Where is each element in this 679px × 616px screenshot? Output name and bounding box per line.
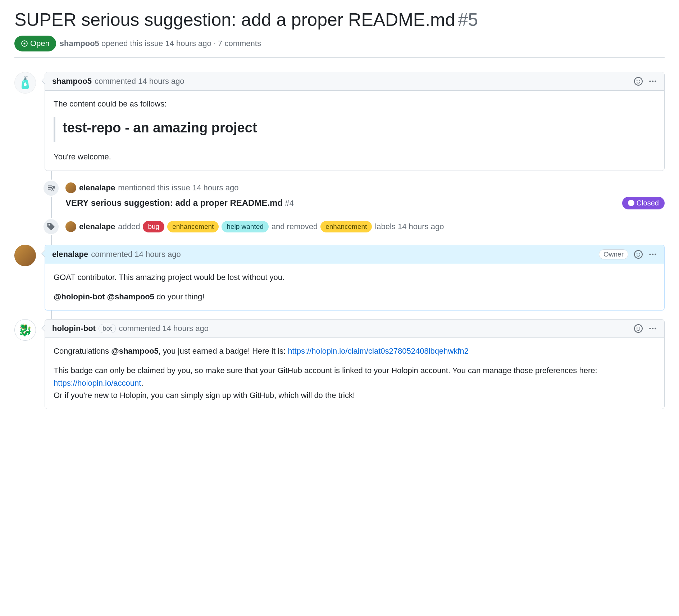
opened-text: opened this issue 14 hours ago <box>101 39 211 48</box>
svg-point-7 <box>649 328 651 330</box>
avatar[interactable] <box>14 245 36 266</box>
referenced-issue-number[interactable]: #4 <box>285 199 293 208</box>
svg-point-9 <box>655 328 656 330</box>
external-link[interactable]: https://holopin.io/claim/clat0s278052408… <box>288 346 469 355</box>
comment-author-link[interactable]: holopin-bot <box>52 324 96 333</box>
reaction-button[interactable] <box>634 77 643 86</box>
bot-badge: bot <box>99 324 116 333</box>
comment-text: Congratulations @shampoo5, you just earn… <box>54 345 656 357</box>
closed-badge: Closed <box>622 197 665 209</box>
comment-timestamp[interactable]: commented 14 hours ago <box>119 324 209 333</box>
svg-point-2 <box>652 80 654 82</box>
comment-timestamp[interactable]: commented 14 hours ago <box>95 77 184 86</box>
reaction-button[interactable] <box>634 250 643 259</box>
svg-point-3 <box>655 80 656 82</box>
blockquote: test-repo - an amazing project <box>54 117 656 142</box>
label-pill[interactable]: enhancement <box>320 221 372 233</box>
reaction-button[interactable] <box>634 324 643 333</box>
label-pill[interactable]: bug <box>143 221 164 233</box>
quote-heading: test-repo - an amazing project <box>63 117 656 142</box>
comment-text: The content could be as follows: <box>54 98 656 110</box>
comment-author-link[interactable]: elenalape <box>52 250 88 259</box>
svg-point-4 <box>649 254 651 255</box>
event-tail: labels 14 hours ago <box>375 222 444 231</box>
svg-point-1 <box>649 80 651 82</box>
avatar[interactable]: 🐉 <box>14 319 36 341</box>
comment-count[interactable]: 7 comments <box>218 39 261 48</box>
comment-timestamp[interactable]: commented 14 hours ago <box>91 250 181 259</box>
tag-icon <box>42 218 60 235</box>
comment-author-link[interactable]: shampoo5 <box>52 77 92 86</box>
check-circle-icon <box>628 200 634 206</box>
kebab-menu-button[interactable] <box>648 324 657 333</box>
mention-link[interactable]: @shampoo5 <box>107 292 154 301</box>
svg-point-5 <box>652 254 654 255</box>
avatar[interactable] <box>65 182 76 193</box>
event-word: added <box>118 222 140 231</box>
comment-text: @holopin-bot @shampoo5 do your thing! <box>54 291 656 303</box>
owner-badge: Owner <box>599 249 628 259</box>
mention-link[interactable]: @holopin-bot <box>54 292 105 301</box>
label-pill[interactable]: enhancement <box>167 221 219 233</box>
kebab-menu-button[interactable] <box>648 77 657 86</box>
event-user-link[interactable]: elenalape <box>79 183 115 192</box>
avatar[interactable]: 🧴 <box>14 72 36 94</box>
kebab-menu-button[interactable] <box>648 250 657 259</box>
issue-opener-link[interactable]: shampoo5 <box>60 39 99 48</box>
comment-text: This badge can only be claimed by you, s… <box>54 364 656 401</box>
event-action: mentioned this issue 14 hours ago <box>118 183 238 192</box>
svg-point-6 <box>655 254 656 255</box>
issue-open-icon <box>21 40 28 47</box>
issue-state-badge: Open <box>14 36 56 51</box>
cross-reference-icon <box>42 180 60 197</box>
label-pill[interactable]: help wanted <box>222 221 268 233</box>
svg-point-0 <box>24 42 26 44</box>
svg-point-8 <box>652 328 654 330</box>
event-user-link[interactable]: elenalape <box>79 222 115 231</box>
avatar[interactable] <box>65 221 76 232</box>
comment-text: You're welcome. <box>54 151 656 163</box>
issue-number: #5 <box>458 9 478 30</box>
comment-text: GOAT contributor. This amazing project w… <box>54 271 656 284</box>
external-link[interactable]: https://holopin.io/account <box>54 379 141 388</box>
issue-title: SUPER serious suggestion: add a proper R… <box>14 9 455 31</box>
mention-link[interactable]: @shampoo5 <box>111 346 158 355</box>
event-word: and removed <box>272 222 318 231</box>
referenced-issue-link[interactable]: VERY serious suggestion: add a proper RE… <box>65 198 283 208</box>
